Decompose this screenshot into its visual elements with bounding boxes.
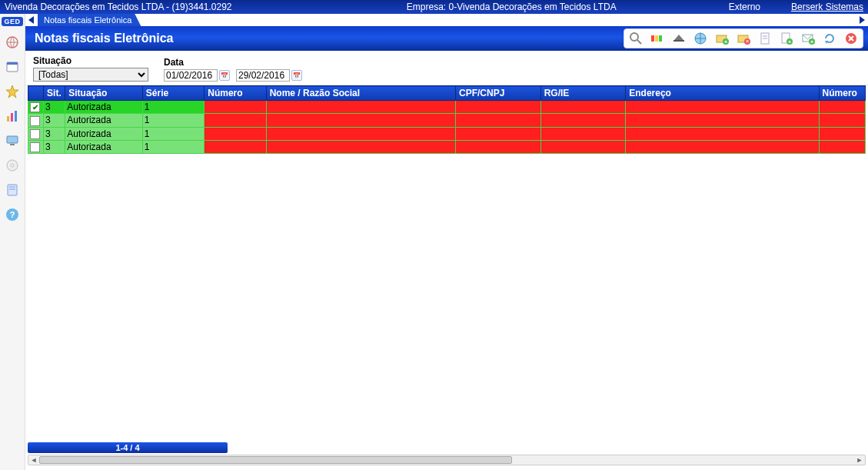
cell-sit: 3 xyxy=(44,140,65,153)
doc-icon[interactable] xyxy=(757,30,773,47)
header-empresa: Empresa: 0-Vivenda Decorações em Tecidos… xyxy=(232,0,791,14)
tab-nav-right-icon[interactable] xyxy=(856,14,868,26)
col-check[interactable] xyxy=(28,86,44,101)
col-rgie[interactable]: RG/IE xyxy=(540,86,626,101)
calendar-to-icon[interactable]: 📅 xyxy=(291,70,302,81)
cell-serie: 1 xyxy=(142,127,204,140)
cell-numero2 xyxy=(819,114,865,127)
svg-rect-4 xyxy=(7,116,9,122)
svg-rect-11 xyxy=(8,185,17,195)
scrollbar-thumb[interactable] xyxy=(39,456,512,464)
horizontal-scrollbar[interactable]: ◄ ► xyxy=(28,455,866,465)
svg-rect-22 xyxy=(659,35,662,42)
window-title: Notas fiscais Eletrônica xyxy=(35,32,174,45)
situacao-label: Situação xyxy=(33,55,148,66)
cell-sit: 3 xyxy=(44,127,65,140)
table-row[interactable]: ✔3Autorizada1 xyxy=(28,101,866,114)
cell-numero2 xyxy=(819,140,865,153)
col-nome[interactable]: Nome / Razão Social xyxy=(266,86,455,101)
header-externo: Externo xyxy=(729,0,760,14)
cell-numero xyxy=(205,114,266,127)
col-sit[interactable]: Sit. xyxy=(44,86,65,101)
table-row[interactable]: 3Autorizada1 xyxy=(28,127,866,140)
svg-marker-17 xyxy=(860,16,865,24)
svg-rect-6 xyxy=(15,111,17,122)
tab-nav-left-icon[interactable] xyxy=(25,14,38,26)
col-numero2[interactable]: Número xyxy=(819,86,865,101)
mail-add-icon[interactable]: + xyxy=(800,30,816,47)
search-icon[interactable] xyxy=(627,30,644,47)
cell-numero xyxy=(205,127,266,140)
ged-badge[interactable]: GED xyxy=(2,17,22,26)
folder-remove-icon[interactable]: × xyxy=(735,30,752,47)
cell-sit: 3 xyxy=(44,114,65,127)
svg-point-18 xyxy=(630,33,638,41)
col-cpfcnpj[interactable]: CPF/CNPJ xyxy=(456,86,541,101)
star-icon[interactable] xyxy=(4,83,21,100)
col-endereco[interactable]: Endereço xyxy=(626,86,819,101)
row-checkbox[interactable] xyxy=(30,116,40,126)
cell-serie: 1 xyxy=(142,140,204,153)
globe-action-icon[interactable] xyxy=(692,30,709,47)
date-to-input[interactable] xyxy=(236,69,290,82)
cell-nome xyxy=(266,140,455,153)
calendar-icon[interactable] xyxy=(4,58,21,75)
table-row[interactable]: 3Autorizada1 xyxy=(28,140,866,153)
col-numero[interactable]: Número xyxy=(205,86,266,101)
row-checkbox[interactable]: ✔ xyxy=(30,102,40,112)
disc-icon[interactable] xyxy=(4,157,21,174)
doc-add-icon[interactable]: + xyxy=(778,30,795,47)
chart-icon[interactable] xyxy=(4,108,21,125)
calendar-from-icon[interactable]: 📅 xyxy=(219,70,230,81)
header-vendor-link[interactable]: Berserk Sistemas xyxy=(791,2,863,12)
filter-bar: Situação [Todas] Data 📅 📅 xyxy=(25,51,868,85)
date-from-input[interactable] xyxy=(164,69,218,82)
col-situacao[interactable]: Situação xyxy=(65,86,143,101)
svg-rect-7 xyxy=(7,136,18,143)
columns-icon[interactable] xyxy=(649,30,666,47)
book-icon[interactable] xyxy=(4,182,21,198)
cell-serie: 1 xyxy=(142,101,204,114)
scroll-left-icon[interactable]: ◄ xyxy=(28,456,39,464)
window-title-bar: Notas fiscais Eletrônica + × + + xyxy=(25,26,868,51)
monitor-icon[interactable] xyxy=(4,132,21,149)
close-icon[interactable] xyxy=(843,30,860,47)
table-row[interactable]: 3Autorizada1 xyxy=(28,114,866,127)
hat-icon[interactable] xyxy=(670,30,687,47)
tab-label: Notas fiscais Eletrônica xyxy=(44,15,131,25)
svg-text:+: + xyxy=(724,39,727,45)
row-checkbox[interactable] xyxy=(30,142,40,152)
folder-add-icon[interactable]: + xyxy=(713,30,730,47)
cell-cpfcnpj xyxy=(456,140,541,153)
cell-rgie xyxy=(540,127,626,140)
col-serie[interactable]: Série xyxy=(142,86,204,101)
globe-icon[interactable] xyxy=(4,34,21,51)
help-icon[interactable]: ? xyxy=(4,206,21,223)
svg-line-19 xyxy=(637,40,641,44)
cell-rgie xyxy=(540,114,626,127)
cell-rgie xyxy=(540,101,626,114)
row-checkbox[interactable] xyxy=(30,129,40,139)
cell-endereco xyxy=(626,114,819,127)
cell-serie: 1 xyxy=(142,114,204,127)
scroll-right-icon[interactable]: ► xyxy=(854,456,865,464)
tab-notas-fiscais[interactable]: Notas fiscais Eletrônica xyxy=(38,14,141,26)
nfe-grid: Sit. Situação Série Número Nome / Razão … xyxy=(28,85,866,154)
cell-nome xyxy=(266,101,455,114)
header-company: Vivenda Decorações em Tecidos LTDA - (19… xyxy=(5,0,232,14)
svg-text:+: + xyxy=(810,39,813,45)
cell-nome xyxy=(266,114,455,127)
svg-rect-21 xyxy=(655,35,658,42)
cell-endereco xyxy=(626,101,819,114)
svg-rect-8 xyxy=(10,144,15,145)
cell-cpfcnpj xyxy=(456,101,541,114)
cell-nome xyxy=(266,127,455,140)
app-header: Vivenda Decorações em Tecidos LTDA - (19… xyxy=(0,0,868,14)
svg-rect-23 xyxy=(673,40,684,42)
window-toolbar: + × + + xyxy=(624,28,863,48)
refresh-icon[interactable] xyxy=(821,30,838,47)
cell-cpfcnpj xyxy=(456,114,541,127)
cell-endereco xyxy=(626,127,819,140)
svg-text:?: ? xyxy=(10,210,15,219)
situacao-select[interactable]: [Todas] xyxy=(33,68,148,82)
